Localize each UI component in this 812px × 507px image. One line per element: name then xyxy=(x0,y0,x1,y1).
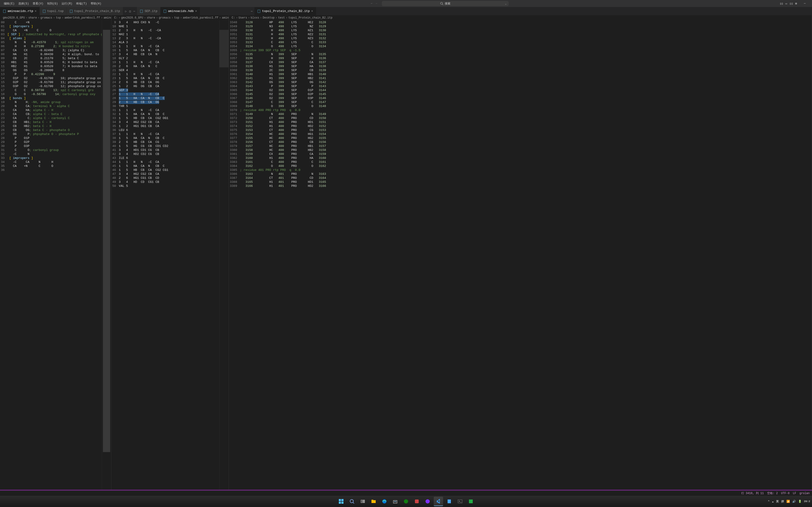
breadcrumb-segment[interactable]: blxxs xyxy=(251,16,259,19)
language-status[interactable]: grolan xyxy=(800,492,810,495)
nav-forward-icon[interactable]: → xyxy=(375,2,377,5)
breadcrumb-segment[interactable]: aminoacids.rtp xyxy=(104,16,111,19)
close-icon[interactable]: × xyxy=(35,9,37,13)
indent-status[interactable]: 空格: 2 xyxy=(767,491,778,495)
volume-icon[interactable]: 🔊 xyxy=(792,500,796,503)
search-app[interactable] xyxy=(347,497,357,506)
terminal-app[interactable]: >_ xyxy=(455,497,465,506)
start-button[interactable] xyxy=(337,497,346,506)
task-view-app[interactable] xyxy=(358,497,367,506)
search-input[interactable]: 搜索 ⌄ xyxy=(382,1,509,6)
eol-status[interactable]: LF xyxy=(793,492,796,495)
taskbar: >_ ⌃ ☁ 英 拼 📶 🔊 🔋 20:2 xyxy=(0,496,812,507)
status-bar: 行 3418, 列 11 空格: 2 UTF-8 LF grolan xyxy=(0,491,812,496)
tray-onedrive-icon[interactable]: ☁ xyxy=(772,500,773,503)
run-icon[interactable]: ▷ xyxy=(125,9,127,13)
breadcrumb-segment[interactable]: aminoacids.hdb xyxy=(222,16,229,19)
tab-topol_Protein_chain_B2.itp[interactable]: topol_Protein_chain_B2.itp× xyxy=(254,7,316,15)
svg-text:>_: >_ xyxy=(459,500,462,503)
more-icon[interactable]: ⋯ xyxy=(251,9,253,13)
edge-app[interactable] xyxy=(380,497,389,506)
tab-aminoacids.hdb[interactable]: aminoacids.hdb× xyxy=(160,7,200,15)
vscode-app[interactable] xyxy=(434,497,443,506)
breadcrumb-segment[interactable]: share xyxy=(147,16,155,19)
tray-chevron-icon[interactable]: ⌃ xyxy=(768,500,769,503)
window-minimize-button[interactable]: ─ xyxy=(799,0,810,7)
tab-label: aminoacids.rtp xyxy=(7,9,33,13)
editor-content[interactable]: C +N [ impropers ] CA +N C O[ SEP ] ; su… xyxy=(7,20,102,490)
breadcrumb-segment[interactable]: Desktop xyxy=(263,16,274,19)
layout-customize-icon[interactable]: ⊞ xyxy=(795,2,797,5)
svg-rect-7 xyxy=(258,10,260,13)
split-icon[interactable]: ◫ xyxy=(129,9,131,13)
cursor-position[interactable]: 行 3418, 列 11 xyxy=(741,491,764,495)
app-3[interactable] xyxy=(466,497,475,506)
encoding-status[interactable]: UTF-8 xyxy=(781,492,790,495)
breadcrumb[interactable]: C:›gmx2020.6_GPU›share›gromacs›top›amber… xyxy=(111,15,229,20)
svg-rect-11 xyxy=(341,502,344,504)
menu-编辑(E)[interactable]: 编辑(E) xyxy=(2,2,16,6)
explorer-app[interactable] xyxy=(369,497,378,506)
breadcrumb-segment[interactable]: C: xyxy=(232,16,235,19)
svg-rect-3 xyxy=(43,10,45,13)
breadcrumb-segment[interactable]: gmx2020.6_GPU xyxy=(121,16,143,19)
menu-帮助(H)[interactable]: 帮助(H) xyxy=(89,2,103,6)
svg-rect-17 xyxy=(371,500,373,501)
breadcrumb-segment[interactable]: gromacs xyxy=(159,16,170,19)
menu-转到(G)[interactable]: 转到(G) xyxy=(45,2,60,6)
close-icon[interactable]: × xyxy=(195,9,197,13)
file-icon xyxy=(140,10,143,13)
menu-终端(T)[interactable]: 终端(T) xyxy=(74,2,89,6)
tab-topol.top[interactable]: topol.top xyxy=(40,7,67,15)
nav-back-icon[interactable]: ← xyxy=(371,2,373,5)
app-2[interactable] xyxy=(423,497,432,506)
minimap[interactable] xyxy=(219,20,229,490)
breadcrumb-segment[interactable]: gromacs xyxy=(40,16,52,19)
menu-选择(S)[interactable]: 选择(S) xyxy=(16,2,31,6)
layout-panel-left-icon[interactable]: ▯▯ xyxy=(780,2,783,5)
tab-SEP.itp[interactable]: SEP.itp xyxy=(137,7,160,15)
breadcrumb-segment[interactable]: share xyxy=(29,16,37,19)
svg-rect-6 xyxy=(164,10,166,13)
tab-bar: aminoacids.rtp×topol.toptopol_Protein_ch… xyxy=(0,7,812,15)
breadcrumb-segment[interactable]: amber14sb_parmbsc1.ff xyxy=(64,16,100,19)
breadcrumb[interactable]: C:›Users›blxxs›Desktop›test›topol_Protei… xyxy=(229,15,812,20)
layout-panel-bottom-icon[interactable]: ▭ xyxy=(785,2,787,5)
breadcrumb-segment[interactable]: amber14sb_parmbsc1.ff xyxy=(183,16,218,19)
clock[interactable]: 20:2 xyxy=(804,500,810,503)
ime-method[interactable]: 拼 xyxy=(781,500,784,504)
svg-rect-23 xyxy=(415,500,419,503)
tab-topol_Protein_chain_B.itp[interactable]: topol_Protein_chain_B.itp xyxy=(67,7,123,15)
chevron-down-icon[interactable]: ⌄ xyxy=(505,2,507,5)
ime-lang[interactable]: 英 xyxy=(776,500,779,504)
tab-label: aminoacids.hdb xyxy=(168,9,194,13)
tab-aminoacids.rtp[interactable]: aminoacids.rtp× xyxy=(0,7,40,15)
breadcrumb-segment[interactable]: topol_Protein_chain_B2.itp xyxy=(289,16,333,19)
svg-point-0 xyxy=(441,2,443,4)
breadcrumb-segment[interactable]: top xyxy=(174,16,179,19)
app-1[interactable] xyxy=(412,497,421,506)
search-placeholder: 搜索 xyxy=(445,2,450,6)
xbox-app[interactable] xyxy=(401,497,411,506)
breadcrumb-segment[interactable]: C: xyxy=(114,16,117,19)
battery-icon[interactable]: 🔋 xyxy=(798,500,802,503)
layout-panel-right-icon[interactable]: ▯▯ xyxy=(790,2,793,5)
breadcrumb-segment[interactable]: Users xyxy=(239,16,247,19)
breadcrumb-segment[interactable]: top xyxy=(56,16,61,19)
editor-content[interactable]: 3128 HP 498 LYS HE2 3128 3129 N3 498 LYS… xyxy=(240,20,812,490)
svg-line-1 xyxy=(443,4,443,5)
breadcrumb-segment[interactable]: gmx2020.6_GPU xyxy=(3,16,25,19)
svg-rect-28 xyxy=(469,500,473,503)
breadcrumb-segment[interactable]: test xyxy=(278,16,285,19)
close-icon[interactable]: × xyxy=(311,9,313,13)
minimap[interactable] xyxy=(102,20,111,490)
menu-运行(R)[interactable]: 运行(R) xyxy=(60,2,74,6)
menu-查看(V)[interactable]: 查看(V) xyxy=(31,2,45,6)
store-app[interactable] xyxy=(391,497,400,506)
breadcrumb[interactable]: gmx2020.6_GPU›share›gromacs›top›amber14s… xyxy=(0,15,111,20)
file-icon xyxy=(3,10,6,13)
more-icon[interactable]: ⋯ xyxy=(134,9,135,13)
wifi-icon[interactable]: 📶 xyxy=(786,500,790,503)
editor-content[interactable]: 3 4 HH3 CH3 N -CNHE 12 3 H N -C -CANH2 1… xyxy=(119,20,219,490)
notepad-app[interactable] xyxy=(445,497,454,506)
